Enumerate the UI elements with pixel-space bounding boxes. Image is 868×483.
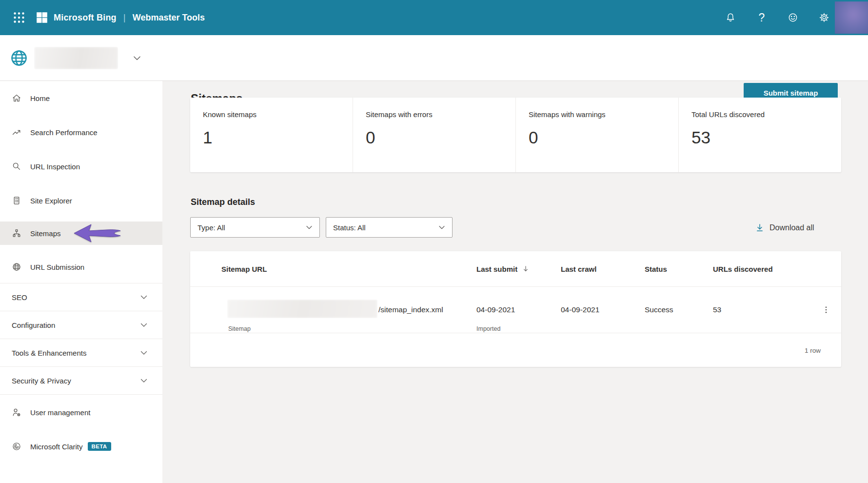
stat-sitemaps-with-warnings: Sitemaps with warnings 0: [515, 98, 678, 172]
column-header-last-submit[interactable]: Last submit: [476, 251, 530, 286]
sidebar-item-url-submission[interactable]: URL Submission: [0, 256, 162, 278]
globe-icon: [12, 262, 21, 272]
row-actions-kebab-icon[interactable]: [819, 303, 833, 317]
site-globe-icon: [10, 49, 28, 67]
sitemap-url-redacted: [227, 300, 377, 318]
download-icon: [755, 223, 765, 233]
column-header-urls-discovered[interactable]: URLs discovered: [713, 251, 773, 286]
clarity-icon: [12, 442, 21, 451]
sitemap-icon: [12, 228, 21, 238]
sidebar-item-microsoft-clarity[interactable]: Microsoft Clarity BETA: [0, 435, 162, 458]
last-submit-date: 04-09-2021: [476, 305, 515, 314]
urls-discovered-value: 53: [713, 305, 721, 314]
row-count: 1 row: [805, 347, 821, 354]
stat-value: 0: [529, 128, 538, 147]
sidebar-divider: [0, 394, 162, 395]
topbar-actions: ?: [725, 0, 830, 35]
sidebar-item-sitemaps[interactable]: Sitemaps: [0, 221, 162, 245]
chevron-down-icon: [139, 376, 149, 385]
beta-badge: BETA: [88, 442, 111, 451]
column-header-status[interactable]: Status: [645, 251, 667, 286]
download-all-label: Download all: [769, 223, 814, 232]
person-gear-icon: [12, 407, 21, 417]
document-icon: [12, 196, 21, 205]
sidebar-section-security-privacy[interactable]: Security & Privacy: [0, 367, 162, 394]
stat-sitemaps-with-errors: Sitemaps with errors 0: [353, 98, 515, 172]
account-avatar[interactable]: [835, 1, 868, 34]
feedback-smiley-icon[interactable]: [787, 12, 799, 23]
sitemap-url-suffix[interactable]: /sitemap_index.xml: [378, 305, 443, 314]
top-app-bar: Microsoft Bing | Webmaster Tools ?: [0, 0, 868, 35]
stat-label: Total URLs discovered: [691, 110, 765, 119]
microsoft-logo-icon: [36, 12, 48, 23]
chevron-down-icon: [139, 348, 149, 358]
sidebar-section-seo[interactable]: SEO: [0, 283, 162, 311]
site-selector-chevron-down-icon: [132, 53, 142, 63]
stat-total-urls-discovered: Total URLs discovered 53: [678, 98, 841, 172]
status-filter-dropdown[interactable]: Status: All: [326, 217, 453, 238]
column-header-last-crawl[interactable]: Last crawl: [561, 251, 596, 286]
help-icon[interactable]: ?: [756, 12, 768, 23]
chevron-down-icon: [139, 292, 149, 302]
column-header-sitemap-url[interactable]: Sitemap URL: [221, 251, 267, 286]
submit-note: Imported: [476, 325, 500, 332]
sidebar-section-tools-enhancements[interactable]: Tools & Enhancements: [0, 339, 162, 366]
sidebar-navigation: Home Search Performance URL Inspection: [0, 81, 162, 483]
sidebar-item-search-performance[interactable]: Search Performance: [0, 121, 162, 143]
site-name-redacted: [34, 47, 118, 69]
type-filter-dropdown[interactable]: Type: All: [190, 217, 320, 238]
sidebar-item-site-explorer[interactable]: Site Explorer: [0, 189, 162, 212]
table-row-divider: [190, 333, 841, 333]
sidebar-item-url-inspection[interactable]: URL Inspection: [0, 155, 162, 178]
brand-divider: |: [123, 12, 126, 23]
magnifier-icon: [12, 161, 21, 171]
notifications-bell-icon[interactable]: [725, 12, 736, 23]
last-crawl-date: 04-09-2021: [561, 305, 599, 314]
status-filter-value: Status: All: [333, 223, 366, 232]
chevron-down-icon: [437, 223, 446, 232]
table-header-divider: [190, 286, 841, 287]
product-name[interactable]: Webmaster Tools: [133, 13, 205, 23]
bing-webmaster-tools-app: Microsoft Bing | Webmaster Tools ?: [0, 0, 868, 483]
stat-value: 0: [366, 128, 375, 147]
stat-known-sitemaps: Known sitemaps 1: [190, 98, 353, 172]
settings-gear-icon[interactable]: [818, 12, 830, 23]
type-filter-value: Type: All: [197, 223, 225, 232]
sidebar-item-home[interactable]: Home: [0, 87, 162, 109]
stat-value: 53: [691, 128, 710, 147]
sort-descending-icon: [522, 265, 530, 273]
sidebar-item-user-management[interactable]: User management: [0, 401, 162, 423]
site-selector[interactable]: [0, 35, 162, 81]
stat-label: Sitemaps with warnings: [529, 110, 606, 119]
chevron-down-icon: [305, 223, 314, 232]
stat-label: Known sitemaps: [203, 110, 256, 119]
waffle-menu-icon[interactable]: [11, 9, 27, 26]
status-value: Success: [645, 305, 673, 314]
download-all-button[interactable]: Download all: [755, 221, 814, 235]
avatar-blurred-image: [835, 1, 868, 34]
brand-name[interactable]: Microsoft Bing: [54, 13, 117, 23]
trend-icon: [12, 127, 21, 137]
sidebar-section-configuration[interactable]: Configuration: [0, 311, 162, 339]
chevron-down-icon: [139, 320, 149, 330]
sitemap-details-heading: Sitemap details: [191, 197, 255, 207]
home-icon: [12, 93, 21, 103]
sitemaps-table: Sitemap URL Last submit Last crawl Statu…: [190, 251, 841, 367]
page-header-band: Sitemaps Submit sitemap: [0, 35, 868, 81]
stat-label: Sitemaps with errors: [366, 110, 433, 119]
sitemap-summary-cards: Known sitemaps 1 Sitemaps with errors 0 …: [190, 98, 841, 172]
sitemap-type-label: Sitemap: [228, 325, 251, 332]
stat-value: 1: [203, 128, 212, 147]
